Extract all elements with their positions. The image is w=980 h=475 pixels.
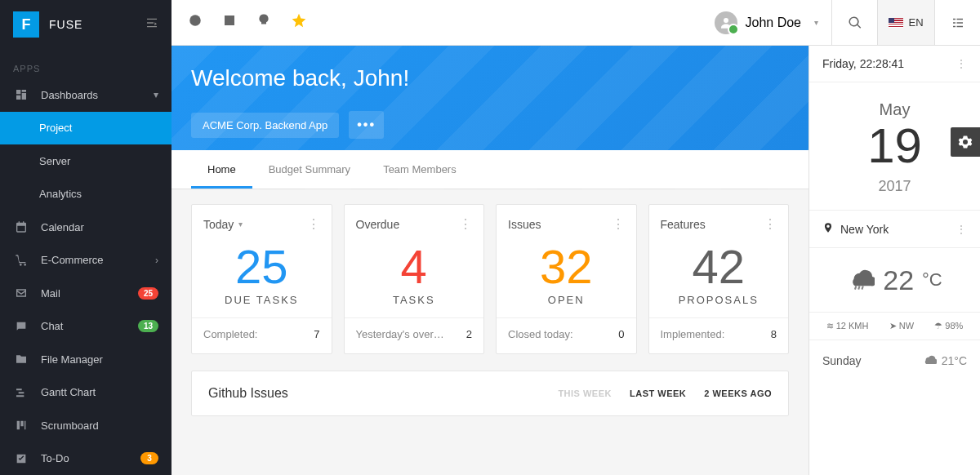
wind-dir: NW [899,321,914,331]
search-button[interactable] [831,0,877,45]
footer-key: Implemented: [661,328,725,344]
language-selector[interactable]: EN [877,0,934,45]
nav-todo[interactable]: To-Do 3 [0,442,172,476]
sidebar-collapse-icon[interactable] [145,16,158,33]
card-today: Today▾⋮ 25DUE TASKS Completed:7 [191,204,332,354]
nav-analytics[interactable]: Analytics [0,178,172,211]
nav-file-manager[interactable]: File Manager [0,343,172,376]
nav-label: E-Commerce [41,254,104,266]
mail-icon [13,285,29,301]
github-issues-card: Github Issues THIS WEEK LAST WEEK 2 WEEK… [191,371,789,416]
tab-label: Team Members [383,163,457,175]
nav-gantt[interactable]: Gantt Chart [0,376,172,410]
location-row: New York ⋮ [809,211,980,248]
range-last-week[interactable]: LAST WEEK [630,388,686,398]
star-icon[interactable] [291,12,307,33]
temp: 22 [883,264,914,296]
footer-key: Completed: [203,328,257,344]
nav-scrumboard[interactable]: Scrumboard [0,409,172,442]
github-issues-title: Github Issues [208,386,288,401]
board-icon [13,417,29,433]
rain-icon [847,263,875,297]
card-features: Features⋮ 42PROPOSALS Implemented:8 [648,204,790,354]
nav-ecommerce[interactable]: E-Commerce › [0,244,172,277]
logo-badge: F [13,11,39,38]
project-more-button[interactable]: ••• [349,111,384,139]
chat-icon [13,318,29,335]
speech-icon[interactable] [188,13,203,32]
nav-label: Gantt Chart [41,386,96,398]
more-icon[interactable]: ⋮ [764,216,777,232]
right-panel: Friday, 22:28:41 ⋮ May 19 2017 New York … [808,46,980,475]
tab-team[interactable]: Team Members [367,150,473,189]
range-this-week[interactable]: THIS WEEK [558,388,612,398]
tab-home[interactable]: Home [191,150,252,189]
more-icon[interactable]: ⋮ [956,223,967,236]
city: New York [840,223,889,236]
quickpanel-button[interactable] [934,0,980,45]
content-wrap: Welcome back, John! ACME Corp. Backend A… [172,46,980,475]
user-menu[interactable]: John Doe ▾ [702,0,832,45]
contacts-icon[interactable] [222,13,237,32]
topbar-right: John Doe ▾ EN [702,0,981,45]
welcome-title: Welcome back, John! [191,65,789,91]
svg-point-1 [724,18,728,23]
summary-cards: Today▾⋮ 25DUE TASKS Completed:7 Overdue⋮… [191,204,789,354]
metric-value: 4 [345,243,484,291]
chevron-down-icon[interactable]: ▾ [238,220,243,229]
nav-label: Chat [41,320,63,332]
temp-unit: °C [922,269,942,291]
nav-calendar[interactable]: Calendar [0,211,172,244]
wind-stat: ≋ 12 KMH [826,321,869,331]
more-icon[interactable]: ⋮ [612,216,625,232]
nav-mail[interactable]: Mail 25 [0,277,172,310]
user-name: John Doe [746,16,802,30]
nav-label: To-Do [41,452,69,464]
project-selector-row: ACME Corp. Backend App ••• [191,111,789,139]
nav-label: Server [39,155,70,167]
year: 2017 [809,178,980,195]
footer-val: 0 [618,328,624,344]
tab-budget[interactable]: Budget Summary [252,150,367,189]
range-two-weeks[interactable]: 2 WEEKS AGO [704,388,772,398]
pin-icon [822,222,834,236]
gantt-icon [13,384,29,401]
card-title: Features [661,218,706,231]
nav-server[interactable]: Server [0,144,172,178]
calendar-icon [13,219,29,235]
board: Today▾⋮ 25DUE TASKS Completed:7 Overdue⋮… [172,189,808,475]
tabs: Home Budget Summary Team Members [172,150,808,189]
more-icon[interactable]: ⋮ [459,216,472,232]
nav-label: Analytics [39,188,82,200]
card-overdue: Overdue⋮ 4TASKS Yesterday's over…2 [344,204,485,354]
nav-label: File Manager [41,353,103,366]
sidebar-header: F FUSE [0,0,172,49]
nav-section-label: APPS [0,49,172,78]
forecast-temp: 21°C [942,354,967,367]
center-col: Welcome back, John! ACME Corp. Backend A… [172,46,808,475]
project-chip[interactable]: ACME Corp. Backend App [191,113,339,138]
badge: 3 [140,452,158,464]
nav-dashboards[interactable]: Dashboards ▾ [0,78,172,112]
topbar: John Doe ▾ EN [172,0,980,46]
avatar [715,11,737,34]
card-title: Issues [508,218,541,231]
metric-label: DUE TASKS [192,294,332,306]
metric-value: 32 [497,243,636,291]
metric-label: OPEN [497,294,636,306]
month: May [809,100,980,119]
nav-project[interactable]: Project [0,112,172,145]
clock-text: Friday, 22:28:41 [822,57,904,70]
nav-label: Project [39,122,72,134]
metric-label: PROPOSALS [649,294,789,306]
sidebar: F FUSE APPS Dashboards ▾ Project Server … [0,0,172,475]
settings-tab[interactable] [951,127,980,157]
issues-range-tabs: THIS WEEK LAST WEEK 2 WEEKS AGO [558,388,772,398]
bulb-icon[interactable] [256,13,271,32]
hero: Welcome back, John! ACME Corp. Backend A… [172,46,808,189]
more-icon[interactable]: ⋮ [956,57,967,70]
nav-chat[interactable]: Chat 13 [0,310,172,344]
footer-key: Closed today: [508,328,573,344]
tab-label: Home [207,163,236,175]
more-icon[interactable]: ⋮ [307,216,320,232]
